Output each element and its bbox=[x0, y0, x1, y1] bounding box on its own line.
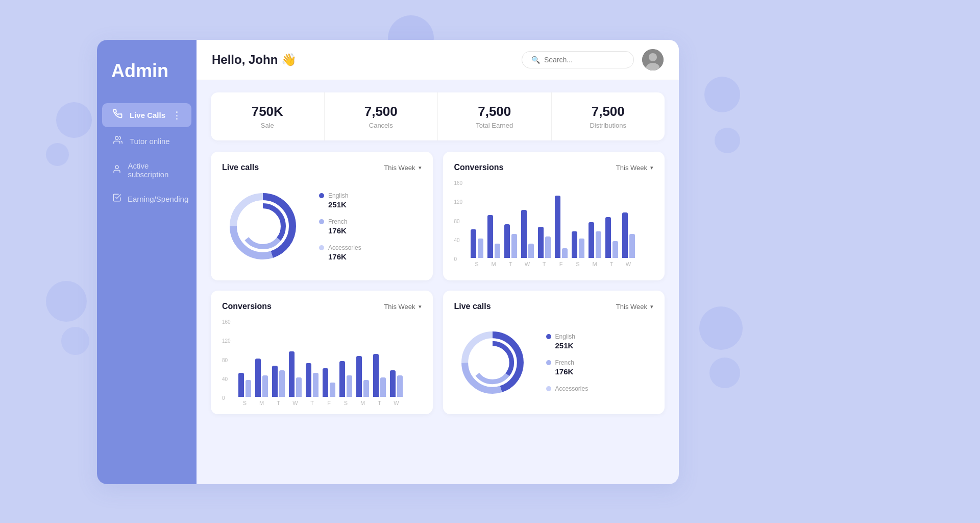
bar-dark bbox=[238, 373, 244, 397]
bar-light bbox=[380, 377, 386, 397]
svg-point-3 bbox=[649, 53, 657, 61]
bar-group: T bbox=[538, 227, 551, 267]
bar-group: S bbox=[238, 373, 251, 406]
bar-day-label: W bbox=[394, 400, 399, 406]
header-greeting: Hello, John 👋 bbox=[212, 53, 297, 67]
sidebar-item-earning[interactable]: Earning/Spending bbox=[102, 187, 191, 211]
bar-dark bbox=[289, 351, 295, 397]
bar-group: M bbox=[487, 215, 500, 267]
legend-label-english-bottom: English bbox=[555, 333, 575, 340]
svg-point-0 bbox=[115, 136, 118, 139]
legend-value-english-bottom: 251K bbox=[555, 341, 589, 350]
avatar[interactable] bbox=[642, 49, 664, 70]
bar-dark bbox=[521, 210, 527, 258]
bar-group: W bbox=[390, 370, 403, 406]
bar-group: W bbox=[521, 210, 534, 267]
sidebar-item-live-calls[interactable]: Live Calls ⋮ bbox=[102, 103, 191, 127]
search-bar[interactable]: 🔍 bbox=[522, 51, 634, 68]
tutor-icon bbox=[112, 135, 124, 147]
svg-point-1 bbox=[115, 165, 118, 169]
app-wrapper: Admin Live Calls ⋮ Tutor online bbox=[97, 40, 679, 484]
this-week-btn-top-left[interactable]: This Week ▾ bbox=[384, 164, 421, 172]
sidebar-more-icon[interactable]: ⋮ bbox=[172, 110, 181, 121]
legend-label-french-bottom: French bbox=[555, 359, 574, 366]
bar-dark bbox=[255, 359, 261, 397]
subscription-icon bbox=[112, 164, 121, 176]
this-week-btn-bottom-right[interactable]: This Week ▾ bbox=[616, 303, 653, 311]
bar-light bbox=[495, 244, 500, 258]
bar-day-label: S bbox=[475, 261, 478, 267]
search-input[interactable] bbox=[544, 56, 631, 64]
bar-day-label: M bbox=[259, 400, 264, 406]
bar-dark bbox=[555, 196, 560, 258]
legend-dot-english bbox=[319, 193, 324, 198]
legend-english: English 251K bbox=[319, 192, 361, 209]
sidebar-label-subscription: Active subscription bbox=[128, 161, 181, 179]
bar-dark bbox=[471, 229, 476, 258]
this-week-btn-top-right[interactable]: This Week ▾ bbox=[616, 164, 653, 172]
sidebar-item-active-subscription[interactable]: Active subscription bbox=[102, 155, 191, 185]
bar-chart-top-right: 0 40 80 120 160 SMTWTFSMTW bbox=[454, 180, 654, 267]
bar-day-label: M bbox=[491, 261, 496, 267]
chart-header-bottom-left: Conversions This Week ▾ bbox=[222, 302, 422, 311]
stat-earned-value: 7,500 bbox=[448, 104, 541, 120]
bar-day-label: W bbox=[292, 400, 298, 406]
main-content: Hello, John 👋 🔍 7 bbox=[197, 40, 679, 484]
legend-value-english: 251K bbox=[328, 200, 361, 209]
legend-label-accessories: Accessories bbox=[328, 244, 361, 251]
y-axis-top-right: 0 40 80 120 160 bbox=[454, 180, 463, 262]
legend-value-french: 176K bbox=[328, 226, 361, 235]
stat-sale-value: 750K bbox=[221, 104, 314, 120]
bar-dark bbox=[323, 368, 328, 397]
bar-day-label: W bbox=[525, 261, 530, 267]
bar-dark bbox=[306, 363, 311, 397]
bar-day-label: F bbox=[327, 400, 331, 406]
stat-earned: 7,500 Total Earned bbox=[438, 92, 552, 140]
legend-label-english: English bbox=[328, 192, 348, 199]
bar-day-label: T bbox=[310, 400, 314, 406]
stat-distributions-label: Distributions bbox=[562, 122, 655, 129]
chart-title-conversions: Conversions bbox=[454, 163, 504, 172]
bar-group: T bbox=[272, 366, 285, 406]
sidebar: Admin Live Calls ⋮ Tutor online bbox=[97, 40, 197, 484]
bar-dark bbox=[487, 215, 493, 258]
bar-group: W bbox=[622, 212, 635, 267]
donut-chart-bottom bbox=[454, 324, 531, 401]
bar-dark bbox=[504, 224, 510, 258]
bar-group: T bbox=[306, 363, 318, 406]
bar-dark bbox=[390, 370, 396, 397]
legend-dot-french-bottom bbox=[546, 360, 551, 365]
bar-dark bbox=[589, 222, 594, 258]
donut-legend-top: English 251K French 176K bbox=[319, 192, 361, 261]
donut-chart-top bbox=[222, 185, 304, 267]
chart-title-conversions-bottom: Conversions bbox=[222, 302, 272, 311]
bar-dark bbox=[605, 217, 611, 258]
stat-sale-label: Sale bbox=[221, 122, 314, 129]
bar-day-label: S bbox=[344, 400, 348, 406]
stat-sale: 750K Sale bbox=[211, 92, 325, 140]
this-week-label-right: This Week bbox=[616, 164, 647, 172]
content-area: 750K Sale 7,500 Cancels 7,500 Total Earn… bbox=[197, 80, 679, 484]
legend-value-accessories: 176K bbox=[328, 252, 361, 261]
chevron-down-icon-right: ▾ bbox=[650, 164, 653, 171]
donut-legend-bottom: English 251K French 176K bbox=[546, 333, 589, 392]
stat-distributions-value: 7,500 bbox=[562, 104, 655, 120]
bar-light bbox=[612, 241, 618, 258]
sidebar-item-tutor-online[interactable]: Tutor online bbox=[102, 129, 191, 153]
chart-header-top-right: Conversions This Week ▾ bbox=[454, 163, 654, 172]
this-week-btn-bottom-left[interactable]: This Week ▾ bbox=[384, 303, 421, 311]
donut-container-bottom: English 251K French 176K bbox=[454, 319, 654, 406]
legend-french-bottom: French 176K bbox=[546, 359, 589, 376]
chart-title-live-calls-bottom: Live calls bbox=[454, 302, 491, 311]
stat-cancels-label: Cancels bbox=[335, 122, 428, 129]
legend-value-french-bottom: 176K bbox=[555, 367, 589, 376]
bar-group: W bbox=[289, 351, 302, 406]
bar-group: M bbox=[589, 222, 601, 267]
legend-english-bottom: English 251K bbox=[546, 333, 589, 350]
bar-group: S bbox=[339, 361, 352, 406]
sidebar-title: Admin bbox=[97, 60, 197, 102]
bar-day-label: F bbox=[559, 261, 563, 267]
bar-group: T bbox=[605, 217, 618, 267]
chart-title-live-calls: Live calls bbox=[222, 163, 259, 172]
earning-icon bbox=[112, 193, 121, 205]
